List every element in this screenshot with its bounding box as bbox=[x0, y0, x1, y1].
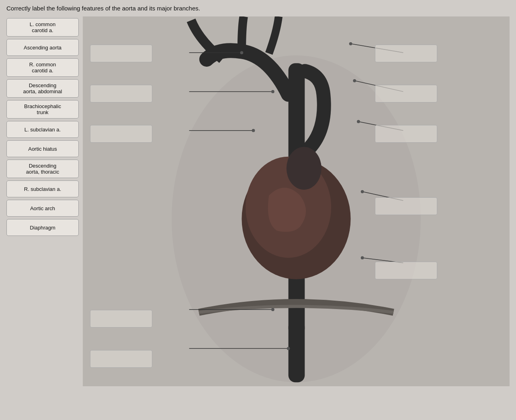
svg-point-5 bbox=[287, 147, 321, 190]
label-diaphragm[interactable]: Diaphragm bbox=[6, 219, 79, 236]
image-area bbox=[83, 16, 510, 386]
label-r-subclavian[interactable]: R. subclavian a. bbox=[6, 180, 79, 197]
label-r-common-carotid[interactable]: R. commoncarotid a. bbox=[6, 58, 79, 77]
drop-zone-left-3[interactable] bbox=[90, 125, 152, 143]
label-l-common-carotid[interactable]: L. commoncarotid a. bbox=[6, 18, 79, 37]
svg-point-26 bbox=[361, 256, 364, 260]
svg-point-22 bbox=[357, 120, 360, 123]
drop-zone-left-5[interactable] bbox=[90, 350, 152, 368]
label-l-subclavian[interactable]: L. subclavian a. bbox=[6, 121, 79, 138]
drop-zone-right-2[interactable] bbox=[375, 85, 437, 102]
aorta-svg bbox=[83, 16, 510, 386]
svg-point-12 bbox=[252, 129, 255, 132]
drop-zone-right-5[interactable] bbox=[375, 262, 437, 279]
main-area: L. commoncarotid a. Ascending aorta R. c… bbox=[6, 16, 510, 386]
svg-point-14 bbox=[271, 308, 274, 311]
label-brachiocephalic[interactable]: Brachiocephalictrunk bbox=[6, 100, 79, 119]
svg-point-10 bbox=[271, 90, 274, 93]
drop-zone-right-4[interactable] bbox=[375, 197, 437, 215]
label-descending-thoracic[interactable]: Descendingaorta, thoracic bbox=[6, 160, 79, 178]
svg-point-18 bbox=[349, 42, 352, 45]
drop-zone-right-3[interactable] bbox=[375, 125, 437, 143]
drop-zone-left-2[interactable] bbox=[90, 85, 152, 102]
label-ascending-aorta[interactable]: Ascending aorta bbox=[6, 39, 79, 56]
label-bank: L. commoncarotid a. Ascending aorta R. c… bbox=[6, 16, 79, 386]
drop-zone-left-4[interactable] bbox=[90, 310, 152, 328]
svg-rect-6 bbox=[289, 320, 305, 382]
instruction-text: Correctly label the following features o… bbox=[6, 5, 510, 12]
drop-zone-left-1[interactable] bbox=[90, 45, 152, 62]
drop-zone-right-1[interactable] bbox=[375, 45, 437, 62]
label-aortic-hiatus[interactable]: Aortic hiatus bbox=[6, 140, 79, 157]
svg-point-16 bbox=[287, 347, 290, 350]
label-descending-abdominal[interactable]: Descendingaorta, abdominal bbox=[6, 79, 79, 98]
label-aortic-arch[interactable]: Aortic arch bbox=[6, 200, 79, 217]
svg-point-8 bbox=[240, 51, 244, 54]
svg-point-20 bbox=[353, 79, 356, 82]
svg-point-24 bbox=[361, 190, 364, 193]
